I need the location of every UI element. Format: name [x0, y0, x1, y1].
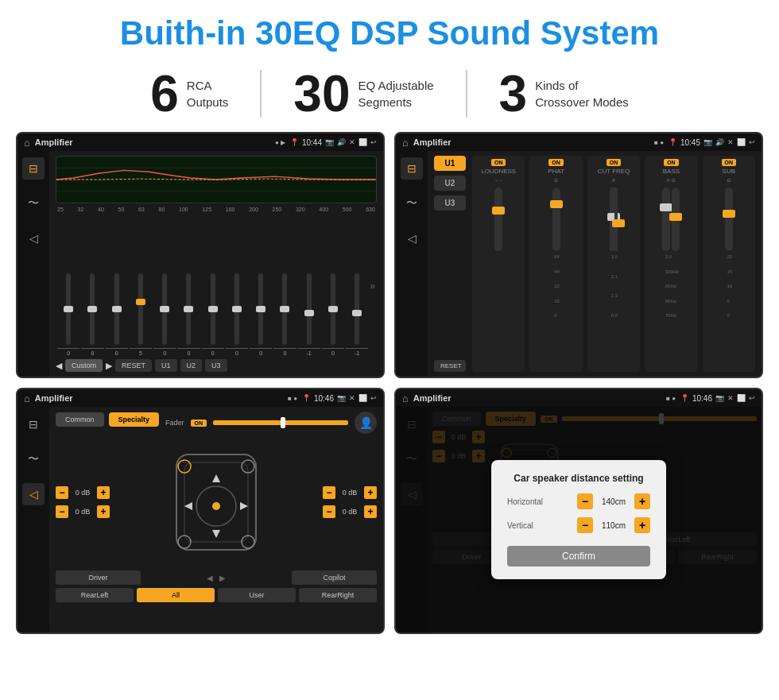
x-icon-3: ✕ [349, 394, 355, 402]
db-plus-fl[interactable]: + [97, 486, 110, 499]
stat-eq: 30 EQ Adjustable Segments [262, 68, 465, 119]
dialog-vertical-row: Vertical − 110cm + [507, 517, 650, 533]
u2-button[interactable]: U2 [180, 359, 203, 372]
window-icon-4: ⬜ [737, 394, 746, 402]
db-minus-fr[interactable]: − [323, 486, 335, 499]
loudness-slider[interactable] [494, 188, 502, 251]
eq-slider-7: 0 [226, 273, 248, 356]
db-control-rr: − 0 dB + [323, 505, 377, 518]
window-icon-1: ⬜ [358, 138, 367, 146]
tab-specialty-3[interactable]: Specialty [109, 412, 160, 427]
eq-slider-2: 0 [106, 273, 128, 356]
db-plus-fr[interactable]: + [364, 486, 377, 499]
driver-btn[interactable]: Driver [56, 570, 141, 585]
back-icon-2: ↩ [749, 138, 755, 146]
u3-button[interactable]: U3 [205, 359, 227, 372]
tab-common-3[interactable]: Common [56, 412, 104, 427]
preset-u2[interactable]: U2 [434, 176, 466, 191]
phat-group: ON PHAT G 644832160 [529, 156, 582, 372]
status-icons-1: 📍 10:44 📷 🔊 ✕ ⬜ ↩ [290, 138, 377, 147]
speaker-icon-2[interactable]: ◁ [401, 227, 423, 249]
speaker-icon-3[interactable]: ◁ [22, 483, 45, 505]
u1-button[interactable]: U1 [155, 359, 177, 372]
cutfreq-slider[interactable] [610, 188, 618, 251]
status-bar-4: ⌂ Amplifier ■ ● 📍 10:46 📷 ✕ ⬜ ↩ [396, 389, 762, 407]
media-dots-1: ● ▶ [275, 139, 285, 146]
screen1-body: ⊟ 〜 ◁ [17, 151, 383, 377]
db-control-fl: − 0 dB + [56, 486, 110, 499]
dialog-overlay: Car speaker distance setting Horizontal … [396, 407, 762, 632]
sliders-icon-1[interactable]: ⊟ [22, 157, 45, 180]
dialog-box: Car speaker distance setting Horizontal … [491, 460, 666, 579]
eq-slider-11: 0 [322, 273, 344, 356]
next-button[interactable]: ▶ [106, 361, 112, 371]
svg-marker-9 [184, 502, 192, 510]
db-minus-fl[interactable]: − [56, 486, 68, 499]
db-value-fl: 0 dB [72, 489, 94, 497]
media-dots-2: ■ ● [654, 139, 664, 146]
waveform-icon-3[interactable]: 〜 [22, 448, 45, 470]
location-icon-3: 📍 [302, 394, 311, 402]
window-icon-2: ⬜ [737, 138, 746, 146]
stat-number-crossover: 3 [499, 68, 528, 119]
db-plus-rr[interactable]: + [364, 505, 377, 518]
eq-sliders: 0 0 0 5 [56, 215, 377, 356]
db-value-rr: 0 dB [339, 508, 361, 516]
media-dots-3: ■ ● [288, 395, 297, 402]
user-btn[interactable]: User [218, 588, 296, 602]
screen-speaker: ⌂ Amplifier ■ ● 📍 10:46 📷 ✕ ⬜ ↩ ⊟ 〜 ◁ [16, 388, 385, 634]
rearleft-btn[interactable]: RearLeft [56, 588, 134, 602]
preset-u1[interactable]: U1 [434, 156, 466, 171]
home-icon-3: ⌂ [24, 393, 30, 404]
speaker-layout: − 0 dB + − 0 dB + [56, 439, 377, 566]
horizontal-minus[interactable]: − [577, 493, 593, 509]
horizontal-plus[interactable]: + [634, 493, 650, 509]
preset-u3[interactable]: U3 [434, 195, 466, 211]
sub-slider[interactable] [725, 188, 733, 251]
left-sidebar-1: ⊟ 〜 ◁ [17, 151, 49, 377]
rearright-btn[interactable]: RearRight [299, 588, 377, 602]
expand-icon: » [370, 280, 375, 292]
speaker-controls-left: − 0 dB + − 0 dB + [56, 486, 110, 518]
svg-point-14 [242, 536, 254, 548]
bass-slider-g[interactable] [672, 188, 680, 251]
prev-button[interactable]: ◀ [56, 361, 62, 371]
vertical-plus[interactable]: + [634, 517, 650, 533]
stat-number-eq: 30 [293, 68, 350, 119]
stat-rca: 6 RCA Outputs [118, 68, 260, 119]
reset-btn-2[interactable]: RESET [434, 360, 466, 372]
speaker-bottom-btns: Driver ◀ ▶ Copilot [56, 570, 377, 585]
db-plus-rl[interactable]: + [97, 505, 110, 518]
sliders-icon-2[interactable]: ⊟ [401, 157, 423, 180]
copilot-btn[interactable]: Copilot [292, 570, 377, 585]
all-btn[interactable]: All [137, 588, 215, 602]
phat-on: ON [548, 159, 564, 166]
screen2-body: ⊟ 〜 ◁ U1 U2 U3 RESET ON LOUDNESS [396, 151, 762, 377]
page-title: Buith-in 30EQ DSP Sound System [0, 0, 779, 60]
home-icon-4: ⌂ [402, 393, 409, 404]
db-minus-rr[interactable]: − [323, 505, 335, 518]
screen-dialog: ⌂ Amplifier ■ ● 📍 10:46 📷 ✕ ⬜ ↩ ⊟ 〜 ◁ Co… [394, 388, 763, 634]
loudness-on: ON [491, 159, 506, 166]
left-sidebar-2: ⊟ 〜 ◁ [396, 151, 428, 377]
location-icon-4: 📍 [680, 394, 689, 402]
status-bar-2: ⌂ Amplifier ■ ● 📍 10:45 📷 🔊 ✕ ⬜ ↩ [396, 133, 762, 151]
horizontal-value: 140cm [598, 497, 630, 506]
phat-slider[interactable] [552, 188, 560, 251]
waveform-icon-1[interactable]: 〜 [22, 192, 45, 215]
fader-on-badge: ON [191, 420, 207, 427]
sliders-icon-3[interactable]: ⊟ [22, 413, 45, 435]
speaker-icon-1[interactable]: ◁ [22, 227, 45, 249]
confirm-button[interactable]: Confirm [507, 546, 650, 567]
fader-slider[interactable] [213, 420, 348, 425]
db-minus-rl[interactable]: − [56, 505, 68, 518]
custom-button[interactable]: Custom [65, 359, 103, 372]
person-icon-3: 👤 [355, 412, 377, 434]
waveform-icon-2[interactable]: 〜 [401, 192, 423, 215]
media-dots-4: ■ ● [666, 395, 676, 402]
volume-icon-1: 🔊 [337, 138, 346, 146]
vertical-minus[interactable]: − [577, 517, 593, 533]
vertical-label: Vertical [507, 521, 572, 530]
db-control-rl: − 0 dB + [56, 505, 110, 518]
reset-button[interactable]: RESET [115, 359, 152, 372]
